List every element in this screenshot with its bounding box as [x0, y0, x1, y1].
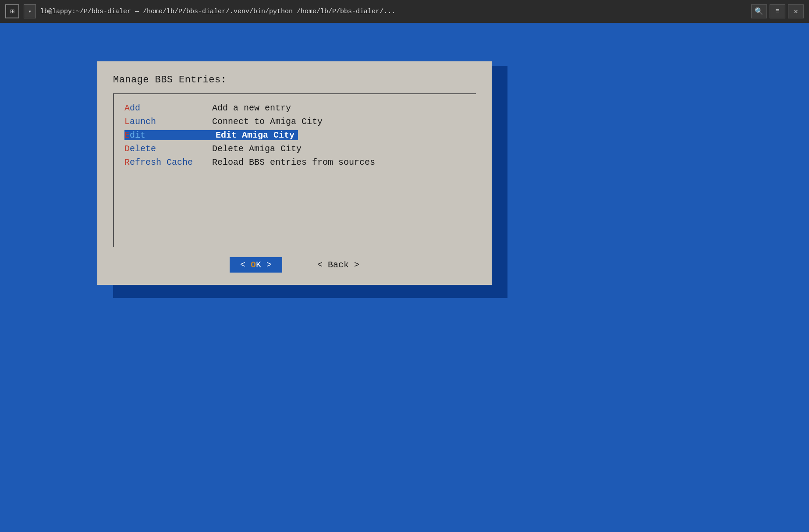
terminal-content: Manage BBS Entries: Add Add a new entry … — [0, 23, 809, 532]
menu-key-rest-edit: dit — [130, 130, 145, 140]
menu-key-rest-launch: aunch — [130, 117, 156, 127]
menu-container: Add Add a new entry Launch Connect to Am… — [113, 93, 476, 247]
ok-button[interactable]: < OK > — [230, 257, 282, 273]
menu-item-add[interactable]: Add Add a new entry — [124, 103, 465, 113]
close-button[interactable]: ✕ — [788, 4, 804, 18]
menu-item-refresh[interactable]: Refresh Cache Reload BBS entries from so… — [124, 157, 465, 167]
menu-key-letter-add: A — [124, 103, 130, 113]
menu-item-launch[interactable]: Launch Connect to Amiga City — [124, 117, 465, 127]
menu-desc-delete: Delete Amiga City — [212, 144, 302, 154]
menu-key-launch: Launch — [124, 117, 212, 127]
ok-label: K > — [256, 260, 272, 270]
menu-key-refresh: Refresh Cache — [124, 157, 212, 167]
menu-key-letter-delete: D — [124, 144, 130, 154]
menu-key-edit: Edit — [124, 130, 212, 140]
menu-key-rest-refresh: efresh Cache — [130, 157, 193, 167]
terminal-icon: ⊞ — [5, 4, 19, 18]
menu-key-rest-add: dd — [130, 103, 140, 113]
menu-key-delete: Delete — [124, 144, 212, 154]
menu-item-delete[interactable]: Delete Delete Amiga City — [124, 144, 465, 154]
menu-desc-launch: Connect to Amiga City — [212, 117, 323, 127]
menu-key-add: Add — [124, 103, 212, 113]
search-button[interactable]: 🔍 — [751, 4, 767, 18]
dropdown-button[interactable]: ▾ — [24, 4, 36, 18]
menu-desc-edit: Edit Amiga City — [212, 130, 298, 140]
title-bar: ⊞ ▾ lb@lappy:~/P/bbs-dialer — /home/lb/P… — [0, 0, 809, 23]
menu-desc-add: Add a new entry — [212, 103, 291, 113]
terminal-window: ⊞ ▾ lb@lappy:~/P/bbs-dialer — /home/lb/P… — [0, 0, 809, 532]
window-controls: 🔍 ≡ ✕ — [751, 4, 804, 18]
menu-key-letter-edit: E — [124, 130, 130, 140]
menu-button[interactable]: ≡ — [770, 4, 785, 18]
menu-desc-refresh: Reload BBS entries from sources — [212, 157, 375, 167]
dialog-title: Manage BBS Entries: — [113, 74, 476, 85]
menu-item-edit[interactable]: Edit Edit Amiga City — [124, 130, 465, 140]
menu-key-letter-refresh: R — [124, 157, 130, 167]
window-title: lb@lappy:~/P/bbs-dialer — /home/lb/P/bbs… — [40, 8, 747, 15]
ok-left-angle: < — [240, 260, 251, 270]
dialog-box: Manage BBS Entries: Add Add a new entry … — [97, 61, 492, 285]
dialog-buttons: < OK > < Back > — [113, 257, 476, 273]
ok-key-letter: O — [251, 260, 256, 270]
back-button[interactable]: < Back > — [317, 260, 359, 270]
menu-key-rest-delete: elete — [130, 144, 156, 154]
menu-key-letter-launch: L — [124, 117, 130, 127]
